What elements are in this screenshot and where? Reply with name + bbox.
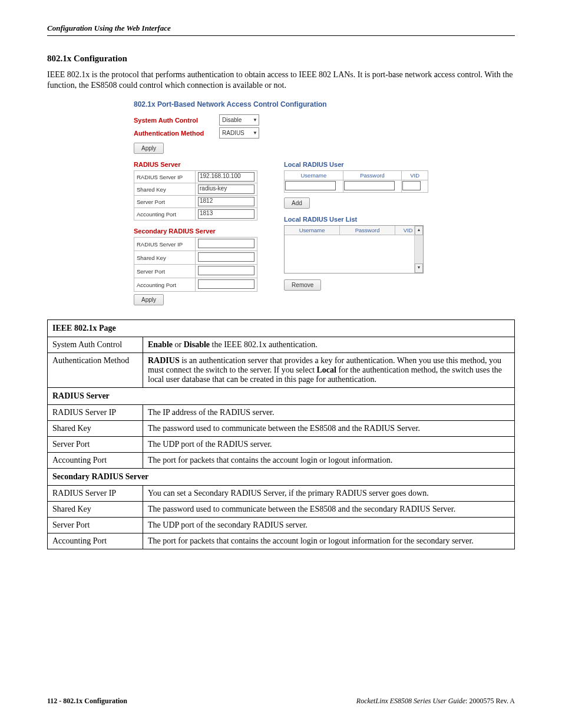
- username-input[interactable]: [285, 181, 336, 190]
- auth-method-select[interactable]: RADIUS ▼: [219, 127, 259, 139]
- reference-table: IEEE 802.1x Page System Auth Control Ena…: [47, 319, 515, 549]
- table-desc: The port for packets that contains the a…: [143, 533, 515, 549]
- local-user-head: Local RADIUS User: [284, 161, 428, 168]
- col-password: Password: [343, 171, 402, 180]
- table-label: Server Port: [48, 518, 143, 533]
- sys-auth-select[interactable]: Disable ▼: [219, 114, 259, 126]
- sys-auth-label: System Auth Control: [134, 117, 219, 124]
- table-desc: The port for packets that contains the a…: [143, 453, 515, 469]
- secondary-radius-table: RADIUS Server IP Shared Key Server Port …: [134, 237, 257, 292]
- sec-server-port-input[interactable]: [198, 266, 254, 275]
- table-desc: Enable or Disable the IEEE 802.1x authen…: [143, 337, 515, 353]
- remove-button[interactable]: Remove: [284, 279, 321, 291]
- table-cell: Accounting Port: [134, 278, 196, 292]
- local-user-table: Username Password VID: [284, 170, 428, 193]
- auth-method-value: RADIUS: [222, 130, 244, 136]
- footer-rev: : 2000575 Rev. A: [465, 697, 515, 705]
- sec-shared-key-input[interactable]: [198, 252, 254, 262]
- col-username: Username: [285, 171, 343, 180]
- table-cell: Server Port: [134, 196, 196, 208]
- list-col-password: Password: [340, 226, 395, 235]
- scrollbar[interactable]: ▴ ▾: [414, 226, 423, 273]
- table-desc: The UDP port of the RADIUS server.: [143, 437, 515, 453]
- screenshot-title: 802.1x Port-Based Network Access Control…: [134, 100, 428, 108]
- sec-accounting-port-input[interactable]: [198, 279, 254, 289]
- table-label: Authentication Method: [48, 353, 143, 388]
- footer-title: RocketLinx ES8508 Series User Guide: [356, 697, 465, 705]
- page-header: Configuration Using the Web Interface: [47, 24, 515, 36]
- password-input[interactable]: [344, 181, 395, 190]
- table-desc: You can set a Secondary RADIUS Server, i…: [143, 486, 515, 502]
- vid-input[interactable]: [402, 181, 421, 190]
- table-desc: The UDP port of the secondary RADIUS ser…: [143, 518, 515, 533]
- scroll-up-icon[interactable]: ▴: [415, 226, 423, 235]
- radius-server-head: RADIUS Server: [134, 161, 272, 168]
- table-desc: The password used to communicate between…: [143, 421, 515, 437]
- table-label: Accounting Port: [48, 533, 143, 549]
- table-label: Shared Key: [48, 421, 143, 437]
- radius-server-table: RADIUS Server IP192.168.10.100 Shared Ke…: [134, 170, 257, 220]
- table-cell: RADIUS Server IP: [134, 238, 196, 251]
- scroll-down-icon[interactable]: ▾: [415, 263, 423, 273]
- accounting-port-input[interactable]: 1813: [198, 209, 254, 219]
- col-vid: VID: [402, 171, 428, 180]
- table-cell: Shared Key: [134, 251, 196, 265]
- table-label: Accounting Port: [48, 453, 143, 469]
- apply-button-bottom[interactable]: Apply: [134, 294, 164, 305]
- table-header: IEEE 802.1x Page: [48, 320, 515, 337]
- table-desc: The IP address of the RADIUS server.: [143, 405, 515, 421]
- chevron-down-icon: ▼: [253, 117, 257, 123]
- auth-method-label: Authentication Method: [134, 130, 219, 137]
- secondary-radius-head: Secondary RADIUS Server: [134, 228, 272, 235]
- apply-button-top[interactable]: Apply: [134, 143, 164, 154]
- chevron-down-icon: ▼: [253, 130, 257, 136]
- table-label: Shared Key: [48, 502, 143, 518]
- table-cell: Accounting Port: [134, 208, 196, 220]
- page-footer: 112 - 802.1x Configuration RocketLinx ES…: [47, 697, 515, 706]
- list-col-username: Username: [285, 226, 340, 235]
- user-list-box[interactable]: Username Password VID ▴ ▾: [284, 225, 424, 274]
- table-label: System Auth Control: [48, 337, 143, 353]
- table-section-head: Secondary RADIUS Server: [48, 469, 515, 486]
- footer-page-label: 112 - 802.1x Configuration: [47, 697, 127, 706]
- add-button[interactable]: Add: [284, 197, 310, 209]
- table-desc: The password used to communicate between…: [143, 502, 515, 518]
- footer-guide: RocketLinx ES8508 Series User Guide: 200…: [356, 697, 515, 706]
- config-screenshot: 802.1x Port-Based Network Access Control…: [134, 100, 428, 305]
- radius-ip-input[interactable]: 192.168.10.100: [198, 172, 254, 182]
- table-label: RADIUS Server IP: [48, 405, 143, 421]
- table-desc: RADIUS is an authentication server that …: [143, 353, 515, 388]
- sec-radius-ip-input[interactable]: [198, 239, 254, 248]
- table-section-head: RADIUS Server: [48, 388, 515, 405]
- section-heading: 802.1x Configuration: [47, 54, 515, 64]
- table-cell: Shared Key: [134, 183, 196, 196]
- server-port-input[interactable]: 1812: [198, 197, 254, 206]
- table-cell: RADIUS Server IP: [134, 171, 196, 183]
- sys-auth-value: Disable: [222, 117, 242, 123]
- local-user-list-head: Local RADIUS User List: [284, 216, 428, 223]
- shared-key-input[interactable]: radius-key: [198, 185, 254, 194]
- table-cell: Server Port: [134, 265, 196, 278]
- table-label: Server Port: [48, 437, 143, 453]
- table-label: RADIUS Server IP: [48, 486, 143, 502]
- intro-paragraph: IEEE 802.1x is the protocol that perform…: [47, 70, 515, 91]
